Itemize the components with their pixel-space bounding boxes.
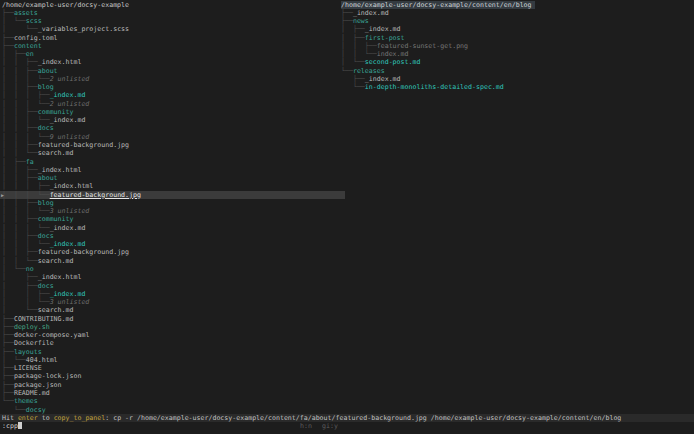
tree-row[interactable]: │ └──second-post.md xyxy=(341,58,693,66)
entry-name: docker-compose.yaml xyxy=(14,331,89,339)
tree-row[interactable]: │ │ ├──_index.html xyxy=(2,58,347,66)
tree-row[interactable]: │ │ ├──community xyxy=(2,215,347,223)
entry-name: about xyxy=(38,174,58,182)
entry-name: _index.md xyxy=(50,240,86,248)
tree-branch: ├── xyxy=(2,381,14,389)
entry-name: content xyxy=(14,42,42,50)
tree-branch: │ ├── xyxy=(2,50,26,58)
tree-row[interactable]: ├──CONTRIBUTING.md xyxy=(2,315,347,323)
tree-row[interactable]: ├──_index.md xyxy=(341,75,693,83)
entry-name: featured-background.jpg xyxy=(50,191,141,199)
tree-branch: │ │ ├── xyxy=(341,42,377,50)
tree-branch: ├── xyxy=(2,389,14,397)
tree-row[interactable]: ├──layouts xyxy=(2,348,347,356)
entry-name: first-post xyxy=(365,34,405,42)
tree-row[interactable]: │ │ │ └──2 unlisted xyxy=(2,75,347,83)
tree-branch: └── xyxy=(341,67,353,75)
tree-branch: │ │ ├── xyxy=(2,290,50,298)
tree-row[interactable]: │ │ ├──docs xyxy=(2,232,347,240)
entry-name: package-lock.json xyxy=(14,372,82,380)
tree-row[interactable]: │ ├──_index.html xyxy=(2,273,347,281)
tree-row[interactable]: │ └──search.md xyxy=(2,306,347,314)
tree-row[interactable]: │ │ └──search.md xyxy=(2,149,347,157)
tree-row[interactable]: │ │ │ ├──_index.md xyxy=(2,91,347,99)
entry-name: 404.html xyxy=(26,356,58,364)
tree-row[interactable]: └──themes xyxy=(2,397,347,405)
tree-branch: ├── xyxy=(2,42,14,50)
command-input[interactable]: :cpp xyxy=(2,422,22,430)
tree-row[interactable]: │ ├──docs xyxy=(2,282,347,290)
tree-row[interactable]: │ ├──first-post xyxy=(341,34,693,42)
tree-row[interactable]: │ │ ├──blog xyxy=(2,199,347,207)
entry-name: assets xyxy=(14,9,38,17)
tree-row[interactable]: └──releases xyxy=(341,67,693,75)
terminal-screen: { "colors": { "background": "#1d1d1d", "… xyxy=(0,0,694,434)
tree-row[interactable]: ├──config.toml xyxy=(2,34,347,42)
tree-row[interactable]: └──docsy xyxy=(2,406,347,414)
entry-name: themes xyxy=(14,397,38,405)
tree-row[interactable]: ├──README.md xyxy=(2,389,347,397)
tree-row[interactable]: │ │ │ └──9 unlisted xyxy=(2,133,347,141)
tree-row[interactable]: │ └──_variables_project.scss xyxy=(2,25,347,33)
tree-row[interactable]: │ │ ├──_index.md xyxy=(2,290,347,298)
tree-row[interactable]: │ │ │ ├──_index.html xyxy=(2,182,347,190)
tree-row[interactable]: ├──Dockerfile xyxy=(2,339,347,347)
entry-name: _index.md xyxy=(365,25,401,33)
tree-branch: │ ├── xyxy=(341,25,365,33)
entry-name: releases xyxy=(353,67,385,75)
tree-row[interactable]: │ │ ├──community xyxy=(2,108,347,116)
entry-name: 3 unlisted xyxy=(50,207,90,215)
left-tree: ├──assets│ └──scss│ └──_variables_projec… xyxy=(2,9,347,414)
entry-name: community xyxy=(38,108,74,116)
tree-branch: │ └── xyxy=(2,306,38,314)
tree-branch: │ │ │ ├── xyxy=(2,91,50,99)
tree-branch: │ │ └── xyxy=(2,298,50,306)
entry-name: featured-sunset-get.png xyxy=(377,42,468,50)
tree-branch: └── xyxy=(2,406,26,414)
tree-branch: │ │ │ └── xyxy=(2,100,50,108)
tree-row[interactable]: │ └──404.html xyxy=(2,356,347,364)
tree-row[interactable]: ├──package.json xyxy=(2,381,347,389)
entry-name: docs xyxy=(38,232,54,240)
tree-row[interactable]: ├──package-lock.json xyxy=(2,372,347,380)
tree-row[interactable]: │ ├──_index.md xyxy=(341,25,693,33)
entry-name: _index.md xyxy=(50,116,86,124)
tree-branch: │ └── xyxy=(341,58,365,66)
tree-branch: │ │ ├── xyxy=(2,108,38,116)
tree-row[interactable]: │ │ │ └──_index.md xyxy=(2,116,347,124)
entry-name: no xyxy=(26,265,34,273)
tree-branch: │ └── xyxy=(2,17,26,25)
tree-branch: │ │ │ └── xyxy=(2,133,50,141)
tree-row[interactable]: │ ├──fa xyxy=(2,158,347,166)
tree-row[interactable]: │ │ │ └──2 unlisted xyxy=(2,100,347,108)
tree-row[interactable]: │ │ │ └──_index.md xyxy=(2,224,347,232)
entry-name: _variables_project.scss xyxy=(38,25,129,33)
tree-row-selected[interactable]: ▶│ │ │ └──featured-background.jpg xyxy=(0,191,345,199)
tree-row[interactable]: ├──content xyxy=(2,42,347,50)
right-panel-title: /home/example-user/docsy-example/content… xyxy=(341,1,693,9)
tree-row[interactable]: ├──_index.md xyxy=(341,9,693,17)
tree-branch: │ │ ├── xyxy=(2,166,38,174)
tree-row[interactable]: │ │ ├──_index.html xyxy=(2,166,347,174)
entry-name: second-post.md xyxy=(365,58,421,66)
entry-name: _index.md xyxy=(50,91,86,99)
hint-hidden-files: h:n xyxy=(300,422,312,430)
entry-name: config.toml xyxy=(14,34,58,42)
tree-row[interactable]: ├──deploy.sh xyxy=(2,323,347,331)
tree-branch: ├── xyxy=(341,9,353,17)
status-to: to xyxy=(38,414,54,422)
hint-gitignore: gi:y xyxy=(322,422,338,430)
tree-row[interactable]: │ │ ├──about xyxy=(2,67,347,75)
tree-row[interactable]: │ │ ├──featured-background.jpg xyxy=(2,248,347,256)
tree-row[interactable]: │ │ ├──docs xyxy=(2,124,347,132)
tree-row[interactable]: │ │ └──search.md xyxy=(2,257,347,265)
tree-branch: │ ├── xyxy=(2,158,26,166)
tree-row[interactable]: │ │ ├──featured-sunset-get.png xyxy=(341,42,693,50)
status-command: : cp -r /home/example-user/docsy-example… xyxy=(105,414,621,422)
tree-branch: │ │ │ └── xyxy=(2,191,50,199)
tree-branch: ├── xyxy=(2,323,14,331)
tree-row[interactable]: ├──assets xyxy=(2,9,347,17)
entry-name: 2 unlisted xyxy=(50,75,90,83)
tree-branch: │ │ ├── xyxy=(2,174,38,182)
tree-row[interactable]: └──in-depth-monoliths-detailed-spec.md xyxy=(341,83,693,91)
